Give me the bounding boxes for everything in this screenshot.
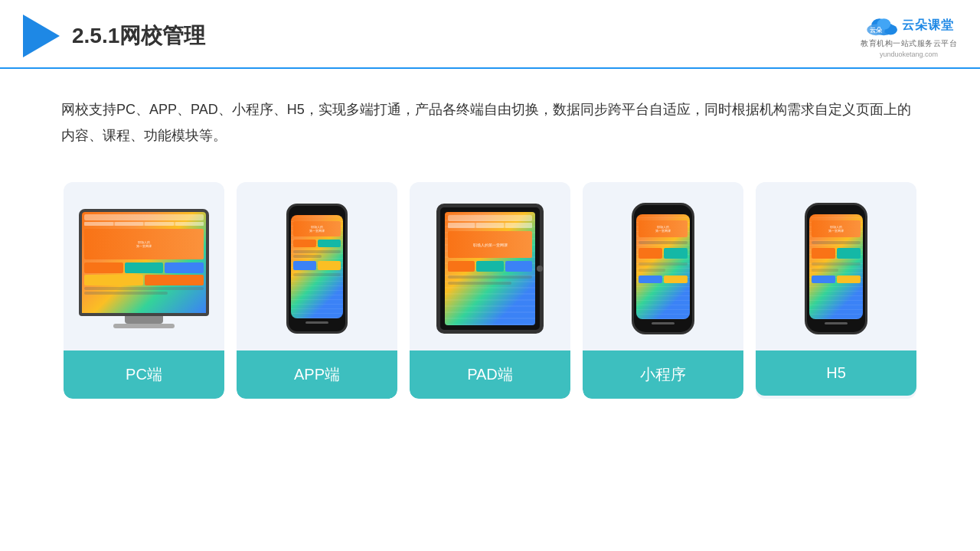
miniapp-screen: 职场人的第一堂网课 <box>636 214 690 319</box>
h5-phone-icon: 职场人的第一堂网课 <box>805 203 867 334</box>
platform-cards: 职场人的第一堂网课 <box>0 164 980 414</box>
app-image-area: 职场人的第一堂网课 <box>237 182 397 350</box>
miniapp-home-bar <box>652 322 675 324</box>
app-label: APP端 <box>237 350 397 399</box>
miniapp-card: 职场人的第一堂网课 <box>583 182 743 399</box>
description-paragraph: 网校支持PC、APP、PAD、小程序、H5，实现多端打通，产品各终端自由切换，数… <box>61 96 919 148</box>
pc-stand <box>125 316 163 324</box>
h5-screen: 职场人的第一堂网课 <box>809 214 863 319</box>
page-title: 2.5.1网校管理 <box>72 21 205 51</box>
pad-card: 职场人的第一堂网课 PAD端 <box>410 182 570 399</box>
h5-label: H5 <box>756 350 916 396</box>
pad-tablet-icon: 职场人的第一堂网课 <box>436 204 544 334</box>
miniapp-phone-icon: 职场人的第一堂网课 <box>632 203 694 334</box>
svg-text:云朵: 云朵 <box>870 27 883 34</box>
brand-tagline: 教育机构一站式服务云平台 <box>861 38 957 49</box>
pc-card: 职场人的第一堂网课 <box>64 182 224 399</box>
brand-url: yunduoketang.com <box>880 51 938 58</box>
phone-notch <box>305 206 328 210</box>
h5-home-bar <box>825 322 848 324</box>
pad-label: PAD端 <box>410 350 570 399</box>
miniapp-label: 小程序 <box>583 350 743 399</box>
app-screen: 职场人的第一堂网课 <box>291 215 343 318</box>
pc-label: PC端 <box>64 350 224 399</box>
pc-image-area: 职场人的第一堂网课 <box>64 182 224 350</box>
miniapp-image-area: 职场人的第一堂网课 <box>583 182 743 350</box>
brand-logo: 云朵 云朵课堂 <box>864 14 954 37</box>
miniapp-phone-notch <box>652 205 675 210</box>
logo-triangle-icon <box>23 15 60 57</box>
cloud-icon: 云朵 <box>864 14 897 37</box>
h5-card: 职场人的第一堂网课 <box>756 182 916 399</box>
pad-screen: 职场人的第一堂网课 <box>445 212 535 325</box>
brand-name-text: 云朵课堂 <box>902 18 954 34</box>
h5-phone-notch <box>825 205 848 210</box>
pc-screen: 职场人的第一堂网课 <box>82 212 206 313</box>
tablet-home-button <box>537 266 543 272</box>
page-header: 2.5.1网校管理 云朵 云朵课堂 教育机构一站式服务云平台 yunduoket… <box>0 0 980 69</box>
phone-home-bar <box>305 321 328 324</box>
description-text: 网校支持PC、APP、PAD、小程序、H5，实现多端打通，产品各终端自由切换，数… <box>0 69 980 164</box>
app-card: 职场人的第一堂网课 <box>237 182 397 399</box>
pc-base <box>113 324 175 328</box>
app-phone-icon: 职场人的第一堂网课 <box>286 204 348 334</box>
header-left: 2.5.1网校管理 <box>23 15 205 57</box>
pad-image-area: 职场人的第一堂网课 <box>410 182 570 350</box>
h5-image-area: 职场人的第一堂网课 <box>756 182 916 350</box>
brand-area: 云朵 云朵课堂 教育机构一站式服务云平台 yunduoketang.com <box>861 14 957 58</box>
pc-monitor-icon: 职场人的第一堂网课 <box>79 209 209 316</box>
